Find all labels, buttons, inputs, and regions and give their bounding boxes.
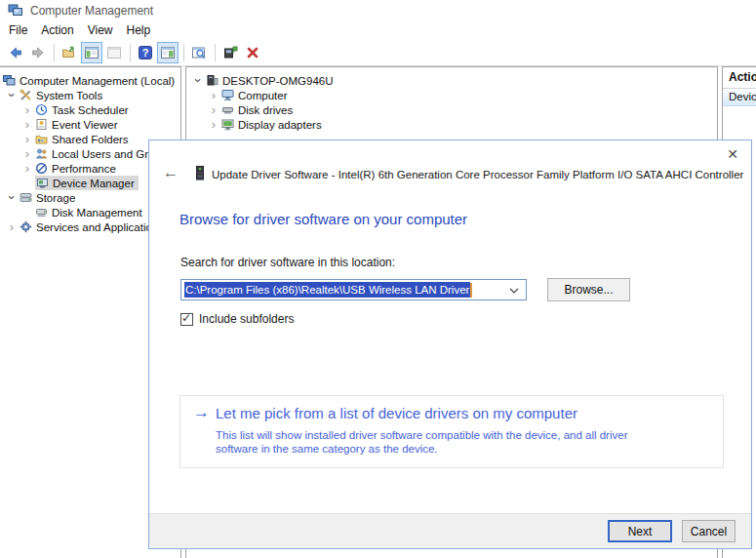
display-adapters-icon bbox=[221, 118, 234, 131]
tree-item-disk-drives[interactable]: › Disk drives bbox=[186, 102, 717, 117]
event-viewer-icon bbox=[35, 118, 48, 131]
search-location-label: Search for driver software in this locat… bbox=[180, 256, 395, 269]
expander-expanded-icon[interactable]: › bbox=[6, 190, 19, 206]
task-scheduler-icon bbox=[35, 103, 48, 116]
menu-file[interactable]: File bbox=[9, 22, 34, 39]
tree-item-computer-management[interactable]: Computer Management (Local) bbox=[0, 73, 180, 88]
help-button[interactable]: ? bbox=[135, 42, 156, 63]
tree-item-label: Services and Applications bbox=[36, 221, 164, 233]
dialog-heading: Browse for driver software on your compu… bbox=[179, 211, 467, 227]
dialog-title: Update Driver Software - Intel(R) 6th Ge… bbox=[212, 169, 743, 180]
tree-item-display-adapters[interactable]: › Display adapters bbox=[186, 117, 717, 132]
forward-arrow-icon bbox=[30, 45, 46, 60]
tree-item-system-tools[interactable]: › System Tools bbox=[0, 88, 180, 102]
system-tools-icon bbox=[20, 89, 32, 101]
driver-path-combobox[interactable]: C:\Program Files (x86)\Realtek\USB Wirel… bbox=[180, 279, 527, 300]
expander-expanded-icon[interactable]: › bbox=[192, 73, 205, 89]
performance-icon bbox=[35, 162, 48, 175]
expander-collapsed-icon[interactable]: › bbox=[20, 133, 35, 145]
toolbar-separator bbox=[54, 44, 55, 61]
expander-collapsed-icon[interactable]: › bbox=[20, 162, 35, 175]
toolbar: ? bbox=[0, 40, 756, 66]
find-window-icon bbox=[191, 45, 207, 60]
tree-item-label: Performance bbox=[52, 163, 116, 175]
tree-item-label: Storage bbox=[36, 192, 75, 204]
expander-collapsed-icon[interactable]: › bbox=[206, 118, 221, 131]
tree-item-label: Event Viewer bbox=[52, 119, 118, 131]
menu-view[interactable]: View bbox=[88, 22, 120, 39]
tree-item-label: DESKTOP-OMG946U bbox=[222, 75, 334, 87]
driver-device-icon bbox=[193, 166, 207, 180]
text-caret bbox=[470, 283, 472, 298]
local-users-groups-icon bbox=[35, 147, 48, 160]
expander-expanded-icon[interactable]: › bbox=[6, 88, 19, 103]
tree-item-label: System Tools bbox=[36, 90, 102, 101]
window-title: Computer Management bbox=[30, 4, 153, 18]
next-button[interactable]: Next bbox=[608, 520, 672, 542]
include-subfolders-label: Include subfolders bbox=[199, 312, 294, 326]
pick-from-list-command-link[interactable]: → Let me pick from a list of device driv… bbox=[179, 395, 724, 468]
help-icon: ? bbox=[138, 45, 153, 60]
expander-collapsed-icon[interactable]: › bbox=[206, 103, 221, 116]
action-pane-icon bbox=[160, 45, 176, 60]
title-bar: Computer Management bbox=[0, 0, 756, 21]
show-action-pane-button[interactable] bbox=[157, 42, 179, 63]
pick-from-list-title: Let me pick from a list of device driver… bbox=[216, 405, 577, 421]
computer-category-icon bbox=[221, 89, 234, 101]
update-driver-button[interactable] bbox=[219, 42, 241, 63]
expander-collapsed-icon[interactable]: › bbox=[4, 220, 20, 233]
disk-drives-icon bbox=[221, 103, 234, 116]
menu-action[interactable]: Action bbox=[41, 22, 80, 39]
back-arrow-icon bbox=[8, 45, 23, 60]
uninstall-device-button[interactable] bbox=[242, 42, 263, 63]
actions-section-device-manager[interactable]: Device Manager bbox=[723, 89, 756, 106]
computer-management-window: { "window": { "title": "Computer Managem… bbox=[0, 0, 756, 558]
cancel-button[interactable]: Cancel bbox=[682, 520, 736, 542]
selected-tree-item-highlight: Device Manager bbox=[35, 176, 139, 190]
back-arrow-icon[interactable]: ← bbox=[163, 164, 179, 181]
include-subfolders-checkbox[interactable]: ✓ bbox=[180, 313, 193, 326]
driver-path-value[interactable]: C:\Program Files (x86)\Realtek\USB Wirel… bbox=[184, 282, 470, 298]
menu-bar: File Action View Help bbox=[0, 21, 756, 40]
console-tree-icon bbox=[84, 45, 99, 60]
tree-item-label: Shared Folders bbox=[52, 134, 129, 145]
tree-item-desktop-omg946u[interactable]: › DESKTOP-OMG946U bbox=[186, 73, 717, 88]
tree-item-event-viewer[interactable]: › Event Viewer bbox=[0, 117, 180, 132]
properties-button-disabled bbox=[103, 42, 125, 63]
show-console-tree-button[interactable] bbox=[81, 42, 102, 63]
export-list-button[interactable] bbox=[59, 42, 80, 63]
tree-item-computer[interactable]: › Computer bbox=[186, 88, 717, 102]
expander-collapsed-icon[interactable]: › bbox=[20, 118, 35, 131]
update-driver-dialog: ✕ ← Update Driver Software - Intel(R) 6t… bbox=[148, 140, 752, 549]
right-arrow-icon: → bbox=[193, 403, 210, 422]
menu-help[interactable]: Help bbox=[127, 22, 158, 39]
window-disabled-icon bbox=[106, 45, 122, 60]
scan-hardware-changes-button[interactable] bbox=[188, 42, 210, 63]
toolbar-separator bbox=[130, 44, 131, 61]
computer-management-icon bbox=[3, 74, 16, 87]
red-x-icon bbox=[245, 45, 260, 60]
close-icon[interactable]: ✕ bbox=[723, 144, 742, 164]
tree-item-label: Display adapters bbox=[238, 119, 322, 131]
dialog-footer: Next Cancel bbox=[149, 513, 751, 548]
back-button[interactable] bbox=[5, 42, 26, 63]
expander-collapsed-icon[interactable]: › bbox=[206, 89, 221, 101]
toolbar-separator bbox=[215, 44, 216, 61]
chevron-down-icon[interactable] bbox=[509, 288, 519, 294]
disk-management-icon bbox=[35, 206, 48, 219]
checkmark-icon: ✓ bbox=[181, 311, 191, 325]
actions-panel-title: Actions bbox=[723, 67, 756, 89]
tree-item-label: Computer Management (Local) bbox=[20, 75, 175, 87]
services-applications-icon bbox=[20, 220, 32, 233]
tree-item-label: Disk Management bbox=[52, 207, 142, 219]
device-flag-icon bbox=[222, 45, 238, 60]
expander-collapsed-icon[interactable]: › bbox=[20, 103, 35, 116]
tree-item-label: Task Scheduler bbox=[52, 104, 129, 116]
toolbar-separator bbox=[183, 44, 184, 61]
forward-button[interactable] bbox=[27, 42, 49, 63]
tree-item-task-scheduler[interactable]: › Task Scheduler bbox=[0, 102, 180, 117]
include-subfolders-row[interactable]: ✓ Include subfolders bbox=[180, 312, 294, 326]
browse-button[interactable]: Browse... bbox=[547, 278, 630, 301]
svg-text:?: ? bbox=[142, 47, 149, 59]
expander-collapsed-icon[interactable]: › bbox=[20, 147, 35, 160]
